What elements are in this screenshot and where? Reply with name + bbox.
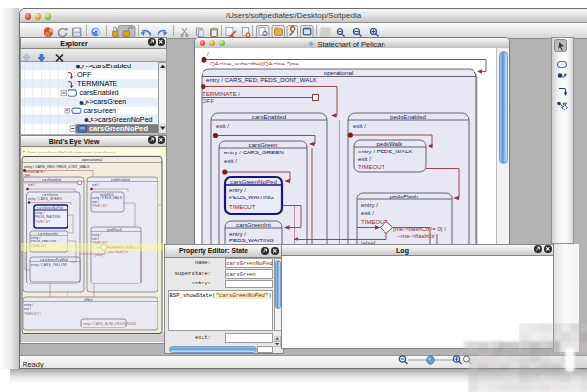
svg-text:entry / CARS_RED; PEDS_DONT_WA: entry / CARS_RED; PEDS_DONT_WALK bbox=[24, 165, 90, 169]
svg-text:--me->flashCtr: --me->flashCtr bbox=[397, 232, 435, 239]
svg-text:->carsEnabled: ->carsEnabled bbox=[86, 62, 132, 70]
svg-text:entry /: entry / bbox=[24, 303, 33, 307]
svg-text:entry /: entry / bbox=[361, 201, 378, 208]
svg-text:exit /: exit / bbox=[28, 183, 35, 187]
svg-text:carsGreen: carsGreen bbox=[42, 193, 58, 196]
svg-text:entry / CARS_GREEN: entry / CARS_GREEN bbox=[28, 197, 62, 201]
svg-text:PEDS_WAITING: PEDS_WAITING bbox=[31, 240, 57, 243]
svg-text:operational: operational bbox=[82, 157, 103, 162]
svg-text:carsGreenNoPed: carsGreenNoPed bbox=[89, 124, 148, 133]
svg-text:exit /: exit / bbox=[353, 122, 366, 129]
svg-text:carsGreenInt: carsGreenInt bbox=[38, 232, 58, 236]
svg-text:entry / CARS_YELLOW: entry / CARS_YELLOW bbox=[31, 263, 68, 267]
svg-text:carsGreenNoPed: carsGreenNoPed bbox=[37, 206, 63, 210]
svg-text:[me->flashCtr != 0] /: [me->flashCtr != 0] / bbox=[393, 225, 446, 232]
svg-text:TIMEOUT: TIMEOUT bbox=[35, 220, 50, 224]
svg-text:TIMEOUT: TIMEOUT bbox=[92, 204, 107, 208]
svg-text:w.com: w.com bbox=[518, 362, 563, 378]
svg-text:TIMEOUT: TIMEOUT bbox=[229, 203, 256, 210]
svg-text:OFF: OFF bbox=[203, 97, 214, 104]
svg-text:TIMEOUT: TIMEOUT bbox=[358, 163, 385, 170]
svg-text:/: / bbox=[207, 50, 209, 57]
svg-text:carsGreenPedWait: carsGreenPedWait bbox=[40, 258, 68, 262]
svg-text:exit /: exit / bbox=[361, 209, 374, 216]
svg-text:pedsEnabled: pedsEnabled bbox=[111, 178, 130, 182]
svg-text:exit /: exit / bbox=[92, 237, 99, 240]
svg-text:PEDS_WAITING: PEDS_WAITING bbox=[229, 237, 274, 243]
svg-text:pedsFlash: pedsFlash bbox=[107, 228, 122, 232]
svg-text:TIMEOUT /: TIMEOUT / bbox=[24, 312, 41, 316]
svg-text:exit /: exit / bbox=[358, 155, 371, 162]
svg-text:entry /: entry / bbox=[229, 186, 246, 193]
svg-text:entry / CARS_GREEN: entry / CARS_GREEN bbox=[224, 149, 284, 155]
svg-text:exit /: exit / bbox=[92, 183, 99, 187]
svg-text:entry / CARS_BLINK; PEDS_BLINK: entry / CARS_BLINK; PEDS_BLINK bbox=[83, 322, 137, 326]
svg-text:carsEnabled: carsEnabled bbox=[42, 178, 61, 182]
svg-text:->carsGreenNoPed: ->carsGreenNoPed bbox=[92, 115, 153, 124]
svg-text:carsGreenInt: carsGreenInt bbox=[236, 221, 271, 228]
svg-text:QActive_subscribe((QActive *)m: QActive_subscribe((QActive *)me, bbox=[210, 60, 301, 66]
svg-text:carsGreenNoPed: carsGreenNoPed bbox=[230, 178, 277, 185]
svg-text:carsGreen: carsGreen bbox=[84, 107, 117, 115]
svg-text:OFF: OFF bbox=[77, 70, 92, 79]
svg-text:State (carsGreenNoPed) superst: State (carsGreenNoPed) superstate (carsG… bbox=[27, 150, 116, 154]
svg-text:[else]: [else] bbox=[95, 253, 103, 257]
svg-text:entry / CARS_RED; PEDS_DONT_WA: entry / CARS_RED; PEDS_DONT_WALK bbox=[206, 76, 317, 83]
svg-text:pedsWalk: pedsWalk bbox=[377, 140, 404, 147]
svg-text:offline: offline bbox=[84, 298, 93, 302]
svg-text:carsEnabled: carsEnabled bbox=[80, 88, 119, 97]
svg-text:exit /: exit / bbox=[24, 307, 31, 311]
svg-text:pedsEnabled: pedsEnabled bbox=[390, 113, 427, 120]
svg-text:entry /: entry / bbox=[229, 230, 246, 237]
svg-text:exit /: exit / bbox=[224, 157, 237, 164]
svg-text:entry / PEDS_WALK: entry / PEDS_WALK bbox=[358, 148, 413, 154]
svg-text:carsGreen: carsGreen bbox=[249, 141, 278, 148]
svg-text:exit /: exit / bbox=[216, 122, 229, 129]
svg-text:->carsGreen: ->carsGreen bbox=[87, 97, 126, 106]
svg-text:PEDS_WAITING: PEDS_WAITING bbox=[229, 194, 274, 200]
svg-text:pedsFlash: pedsFlash bbox=[390, 193, 419, 199]
svg-text:TERMINATE /: TERMINATE / bbox=[203, 90, 240, 97]
svg-text:PEDS_WAITING: PEDS_WAITING bbox=[35, 215, 61, 219]
svg-text:carsEnabled: carsEnabled bbox=[252, 113, 287, 120]
svg-text:TERMINATE: TERMINATE bbox=[77, 79, 117, 88]
svg-text:operational: operational bbox=[324, 69, 354, 76]
